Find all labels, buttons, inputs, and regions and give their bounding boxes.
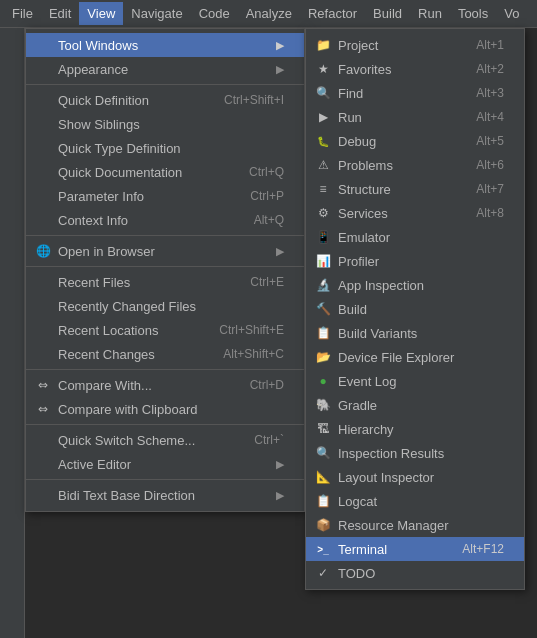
profiler-icon: 📊 bbox=[314, 252, 332, 270]
menu-parameter-info[interactable]: Parameter Info Ctrl+P bbox=[26, 184, 304, 208]
context-info-icon bbox=[34, 211, 52, 229]
menu-quick-documentation[interactable]: Quick Documentation Ctrl+Q bbox=[26, 160, 304, 184]
quick-type-icon bbox=[34, 139, 52, 157]
menu-context-info[interactable]: Context Info Alt+Q bbox=[26, 208, 304, 232]
menu-run[interactable]: Run bbox=[410, 2, 450, 25]
quick-switch-label: Quick Switch Scheme... bbox=[58, 433, 234, 448]
menu-code[interactable]: Code bbox=[191, 2, 238, 25]
sec-event-log[interactable]: ● Event Log bbox=[306, 369, 524, 393]
terminal-shortcut: Alt+F12 bbox=[462, 542, 504, 556]
sec-app-inspection[interactable]: 🔬 App Inspection bbox=[306, 273, 524, 297]
menu-compare-clipboard[interactable]: ⇔ Compare with Clipboard bbox=[26, 397, 304, 421]
sep4 bbox=[26, 369, 304, 370]
sec-structure[interactable]: ≡ Structure Alt+7 bbox=[306, 177, 524, 201]
menu-tool-windows[interactable]: Tool Windows ▶ bbox=[26, 33, 304, 57]
sec-logcat[interactable]: 📋 Logcat bbox=[306, 489, 524, 513]
terminal-icon: >_ bbox=[314, 540, 332, 558]
sec-gradle[interactable]: 🐘 Gradle bbox=[306, 393, 524, 417]
project-label: Project bbox=[338, 38, 460, 53]
recent-files-icon bbox=[34, 273, 52, 291]
menu-refactor[interactable]: Refactor bbox=[300, 2, 365, 25]
project-icon: 📁 bbox=[314, 36, 332, 54]
sec-hierarchy[interactable]: 🏗 Hierarchy bbox=[306, 417, 524, 441]
context-info-label: Context Info bbox=[58, 213, 234, 228]
menu-vo[interactable]: Vo bbox=[496, 2, 527, 25]
sec-terminal[interactable]: >_ Terminal Alt+F12 bbox=[306, 537, 524, 561]
recent-locations-icon bbox=[34, 321, 52, 339]
terminal-label: Terminal bbox=[338, 542, 446, 557]
sec-services[interactable]: ⚙ Services Alt+8 bbox=[306, 201, 524, 225]
open-browser-label: Open in Browser bbox=[58, 244, 268, 259]
event-log-label: Event Log bbox=[338, 374, 504, 389]
menu-tools[interactable]: Tools bbox=[450, 2, 496, 25]
gradle-icon: 🐘 bbox=[314, 396, 332, 414]
menu-recent-files[interactable]: Recent Files Ctrl+E bbox=[26, 270, 304, 294]
find-icon: 🔍 bbox=[314, 84, 332, 102]
todo-label: TODO bbox=[338, 566, 504, 581]
tool-windows-icon bbox=[34, 36, 52, 54]
recent-locations-shortcut: Ctrl+Shift+E bbox=[219, 323, 284, 337]
active-editor-icon bbox=[34, 455, 52, 473]
inspection-results-icon: 🔍 bbox=[314, 444, 332, 462]
sec-build[interactable]: 🔨 Build bbox=[306, 297, 524, 321]
sec-todo[interactable]: ✓ TODO bbox=[306, 561, 524, 585]
favorites-shortcut: Alt+2 bbox=[476, 62, 504, 76]
sec-layout-inspector[interactable]: 📐 Layout Inspector bbox=[306, 465, 524, 489]
sec-inspection-results[interactable]: 🔍 Inspection Results bbox=[306, 441, 524, 465]
menu-navigate[interactable]: Navigate bbox=[123, 2, 190, 25]
menu-build[interactable]: Build bbox=[365, 2, 410, 25]
menu-active-editor[interactable]: Active Editor ▶ bbox=[26, 452, 304, 476]
menu-file[interactable]: File bbox=[4, 2, 41, 25]
active-editor-label: Active Editor bbox=[58, 457, 268, 472]
bidi-text-arrow: ▶ bbox=[276, 489, 284, 502]
quick-switch-shortcut: Ctrl+` bbox=[254, 433, 284, 447]
menu-recently-changed[interactable]: Recently Changed Files bbox=[26, 294, 304, 318]
menu-show-siblings[interactable]: Show Siblings bbox=[26, 112, 304, 136]
find-label: Find bbox=[338, 86, 460, 101]
quick-doc-label: Quick Documentation bbox=[58, 165, 229, 180]
hierarchy-icon: 🏗 bbox=[314, 420, 332, 438]
sec-favorites[interactable]: ★ Favorites Alt+2 bbox=[306, 57, 524, 81]
build-variants-icon: 📋 bbox=[314, 324, 332, 342]
menu-recent-changes[interactable]: Recent Changes Alt+Shift+C bbox=[26, 342, 304, 366]
sec-find[interactable]: 🔍 Find Alt+3 bbox=[306, 81, 524, 105]
menu-edit[interactable]: Edit bbox=[41, 2, 79, 25]
context-info-shortcut: Alt+Q bbox=[254, 213, 284, 227]
menu-bidi-text[interactable]: Bidi Text Base Direction ▶ bbox=[26, 483, 304, 507]
sec-project[interactable]: 📁 Project Alt+1 bbox=[306, 33, 524, 57]
menu-quick-type-definition[interactable]: Quick Type Definition bbox=[26, 136, 304, 160]
structure-label: Structure bbox=[338, 182, 460, 197]
sec-device-file-explorer[interactable]: 📂 Device File Explorer bbox=[306, 345, 524, 369]
run-label: Run bbox=[338, 110, 460, 125]
quick-def-icon bbox=[34, 91, 52, 109]
menu-open-in-browser[interactable]: 🌐 Open in Browser ▶ bbox=[26, 239, 304, 263]
menu-view[interactable]: View bbox=[79, 2, 123, 25]
build-label: Build bbox=[338, 302, 504, 317]
compare-with-shortcut: Ctrl+D bbox=[250, 378, 284, 392]
menu-compare-with[interactable]: ⇔ Compare With... Ctrl+D bbox=[26, 373, 304, 397]
sec-emulator[interactable]: 📱 Emulator bbox=[306, 225, 524, 249]
structure-icon: ≡ bbox=[314, 180, 332, 198]
sec-build-variants[interactable]: 📋 Build Variants bbox=[306, 321, 524, 345]
sec-run[interactable]: ▶ Run Alt+4 bbox=[306, 105, 524, 129]
debug-shortcut: Alt+5 bbox=[476, 134, 504, 148]
recent-changes-icon bbox=[34, 345, 52, 363]
favorites-label: Favorites bbox=[338, 62, 460, 77]
quick-def-label: Quick Definition bbox=[58, 93, 204, 108]
sec-debug[interactable]: 🐛 Debug Alt+5 bbox=[306, 129, 524, 153]
sec-profiler[interactable]: 📊 Profiler bbox=[306, 249, 524, 273]
logcat-icon: 📋 bbox=[314, 492, 332, 510]
compare-with-label: Compare With... bbox=[58, 378, 230, 393]
recently-changed-label: Recently Changed Files bbox=[58, 299, 284, 314]
sep1 bbox=[26, 84, 304, 85]
sec-problems[interactable]: ⚠ Problems Alt+6 bbox=[306, 153, 524, 177]
menu-recent-locations[interactable]: Recent Locations Ctrl+Shift+E bbox=[26, 318, 304, 342]
sec-resource-manager[interactable]: 📦 Resource Manager bbox=[306, 513, 524, 537]
services-label: Services bbox=[338, 206, 460, 221]
menu-appearance[interactable]: Appearance ▶ bbox=[26, 57, 304, 81]
menu-quick-switch[interactable]: Quick Switch Scheme... Ctrl+` bbox=[26, 428, 304, 452]
menu-analyze[interactable]: Analyze bbox=[238, 2, 300, 25]
emulator-icon: 📱 bbox=[314, 228, 332, 246]
menu-quick-definition[interactable]: Quick Definition Ctrl+Shift+I bbox=[26, 88, 304, 112]
sep6 bbox=[26, 479, 304, 480]
